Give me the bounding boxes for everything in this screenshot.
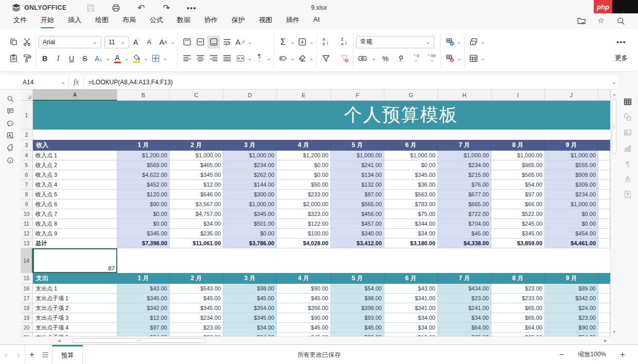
horizontal-scroll-thumb[interactable] bbox=[72, 338, 206, 343]
italic-icon[interactable]: I bbox=[52, 52, 64, 65]
cell[interactable]: $555.00 bbox=[545, 160, 598, 170]
scroll-down-icon[interactable]: ▼ bbox=[611, 328, 618, 335]
change-case-icon[interactable]: Aᴀ bbox=[157, 35, 169, 49]
cell[interactable]: $120.00 bbox=[117, 190, 170, 199]
cell[interactable]: $65.00 bbox=[491, 313, 545, 323]
row-header-15[interactable]: 15 bbox=[21, 273, 33, 284]
cell[interactable]: $434.00 bbox=[438, 284, 491, 294]
cell[interactable]: $345.00 bbox=[117, 229, 170, 239]
cell[interactable]: 收入点 2 bbox=[33, 160, 117, 170]
undo-icon[interactable]: ↶ bbox=[135, 2, 147, 13]
cell[interactable]: $90.00 bbox=[117, 199, 170, 209]
cell[interactable]: $522.00 bbox=[491, 209, 545, 219]
cell[interactable]: $0.00 bbox=[545, 219, 598, 229]
cell[interactable]: 收入点 5 bbox=[33, 190, 117, 199]
align-right-icon[interactable] bbox=[207, 52, 220, 65]
cell[interactable]: $233.00 bbox=[277, 190, 331, 199]
cell[interactable]: $4,338.00 bbox=[438, 239, 491, 248]
cell[interactable]: 收入点 9 bbox=[33, 229, 117, 239]
cell[interactable]: $76.00 bbox=[438, 180, 491, 190]
format-painter-icon[interactable] bbox=[21, 52, 33, 65]
cell[interactable] bbox=[598, 190, 610, 199]
menu-tab-10[interactable]: 插件 bbox=[286, 15, 299, 28]
column-header-D[interactable]: D bbox=[223, 89, 277, 101]
cell[interactable]: $34.00 bbox=[438, 313, 491, 323]
cell[interactable]: $1,000.00 bbox=[545, 151, 598, 160]
cell[interactable]: $90.00 bbox=[277, 313, 331, 323]
cell[interactable]: $454.00 bbox=[545, 229, 598, 239]
font-color-icon[interactable]: A bbox=[111, 52, 123, 65]
cell[interactable]: $45.00 bbox=[438, 229, 491, 239]
cell[interactable]: $45.00 bbox=[223, 294, 277, 303]
cell[interactable]: 收入点 7 bbox=[33, 209, 117, 219]
cell[interactable]: $345.00 bbox=[117, 294, 170, 303]
cell[interactable]: $234.00 bbox=[545, 190, 598, 199]
percent-icon[interactable]: % bbox=[379, 52, 392, 65]
row-header-14[interactable]: 14 bbox=[21, 248, 33, 273]
merge-cells-icon[interactable] bbox=[234, 52, 246, 65]
cell[interactable]: 支出点 1 bbox=[33, 284, 117, 294]
cell[interactable]: $66.00 bbox=[491, 199, 545, 209]
vertical-scrollbar[interactable]: ▲ ▼ bbox=[610, 89, 617, 336]
cell[interactable]: $1,000.00 bbox=[384, 151, 438, 160]
cell[interactable]: $23.00 bbox=[545, 313, 598, 323]
cell[interactable]: $34.00 bbox=[170, 219, 223, 229]
clear-icon[interactable] bbox=[296, 52, 308, 65]
cell[interactable]: $345.00 bbox=[170, 170, 223, 180]
cell[interactable]: $54.00 bbox=[331, 284, 384, 294]
named-ranges-icon[interactable] bbox=[277, 52, 289, 65]
font-size-select[interactable]: 11⌄ bbox=[104, 36, 129, 48]
row-header-1[interactable]: 1 bbox=[21, 101, 33, 130]
cell[interactable]: $3,180.00 bbox=[384, 239, 438, 248]
cell[interactable]: 收入点 4 bbox=[33, 180, 117, 190]
cell[interactable]: $677.00 bbox=[438, 190, 491, 199]
cell[interactable]: $340.00 bbox=[331, 229, 384, 239]
cell[interactable]: $98.00 bbox=[331, 294, 384, 303]
cell[interactable] bbox=[598, 170, 610, 180]
cell[interactable]: $54.00 bbox=[545, 333, 598, 336]
cell[interactable]: 支出点子项 1 bbox=[33, 294, 117, 303]
row-header-16[interactable]: 16 bbox=[21, 284, 33, 294]
cell[interactable]: $1,000.00 bbox=[438, 151, 491, 160]
cell[interactable]: $783.00 bbox=[384, 199, 438, 209]
align-middle-icon[interactable] bbox=[194, 35, 206, 49]
column-header-F[interactable]: F bbox=[331, 89, 384, 101]
column-header-C[interactable]: C bbox=[170, 89, 223, 101]
cell[interactable]: $2,000.00 bbox=[277, 199, 331, 209]
justify-icon[interactable] bbox=[221, 52, 233, 65]
column-header-A[interactable]: A bbox=[33, 89, 117, 101]
align-bottom-icon[interactable] bbox=[207, 35, 220, 49]
row-header-3[interactable]: 3 bbox=[21, 140, 33, 151]
cell[interactable]: 支出点子项 4 bbox=[33, 323, 117, 333]
row-header-12[interactable]: 12 bbox=[21, 229, 33, 239]
cell[interactable]: $23.00 bbox=[331, 333, 384, 336]
cell[interactable]: $97.00 bbox=[117, 323, 170, 333]
cell[interactable]: $234.00 bbox=[223, 160, 277, 170]
cell[interactable]: $465.00 bbox=[170, 160, 223, 170]
redo-icon[interactable]: ↷ bbox=[161, 2, 172, 13]
cell[interactable]: $345.00 bbox=[384, 170, 438, 180]
align-center-icon[interactable] bbox=[194, 52, 206, 65]
cell[interactable]: $0.00 bbox=[223, 229, 277, 239]
cell[interactable]: $34.00 bbox=[223, 333, 277, 336]
column-header-I[interactable]: I bbox=[491, 89, 545, 101]
add-sheet-icon[interactable]: + bbox=[25, 345, 39, 364]
formula-input[interactable]: =LOOKUP(A8,A4:A13,F4:F13) bbox=[84, 79, 612, 86]
cell[interactable]: $345.00 bbox=[491, 229, 545, 239]
delete-cells-icon[interactable] bbox=[444, 52, 456, 65]
row-header-19[interactable]: 19 bbox=[21, 313, 33, 323]
cell[interactable]: $341.00 bbox=[384, 294, 438, 303]
cell[interactable]: $909.00 bbox=[545, 170, 598, 180]
next-sheet-icon[interactable]: › bbox=[12, 350, 25, 359]
number-format-select[interactable]: 常规⌄ bbox=[356, 36, 434, 48]
cell[interactable]: $12.00 bbox=[170, 180, 223, 190]
cell[interactable] bbox=[598, 151, 610, 160]
cell[interactable]: $4,028.00 bbox=[277, 239, 331, 248]
cell[interactable]: $245.00 bbox=[491, 219, 545, 229]
zoom-level[interactable]: 缩放100% bbox=[578, 350, 606, 359]
cell[interactable]: $100.00 bbox=[277, 229, 331, 239]
cell[interactable]: $23.00 bbox=[491, 284, 545, 294]
cell[interactable]: $1,000.00 bbox=[170, 151, 223, 160]
grid[interactable]: ABCDEFGHIJ1个人预算模板23收入1 月2 月3 月4 月5 月6 月7… bbox=[21, 89, 610, 336]
chart-settings-icon[interactable] bbox=[620, 140, 635, 156]
